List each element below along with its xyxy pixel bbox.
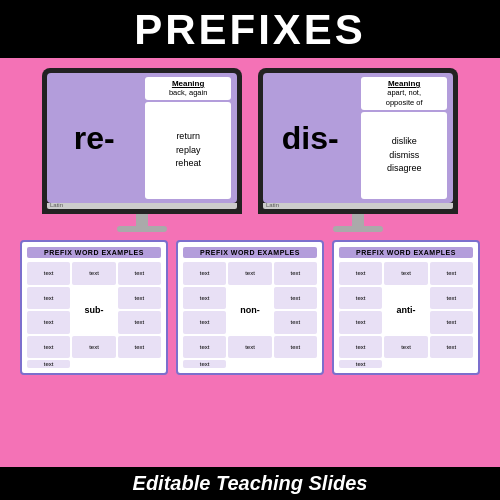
cell-sub-9: text [72, 336, 115, 359]
example-re-2: replay [150, 144, 226, 158]
cell-anti-11: text [339, 360, 382, 368]
cell-non-11: text [183, 360, 226, 368]
example-re-1: return [150, 130, 226, 144]
card-grid-anti: text text text text anti- text text text… [339, 262, 473, 368]
bottom-bar: Editable Teaching Slides [0, 467, 500, 500]
cell-sub-6: text [27, 311, 70, 334]
cell-anti-4: text [339, 287, 382, 310]
cell-anti-6: text [339, 311, 382, 334]
meaning-title-dis: Meaning [366, 79, 442, 88]
card-sub: PREFIX WORD EXAMPLES text text text text… [20, 240, 168, 375]
monitor-chin-re [47, 203, 237, 209]
cell-anti-7: text [430, 311, 473, 334]
meaning-text-dis: apart, not, opposite of [366, 88, 442, 108]
monitors-row: re- Meaning back, again return replay re… [0, 58, 500, 236]
monitor-neck-dis [352, 214, 364, 226]
monitor-chin-dis [263, 203, 453, 209]
card-grid-sub: text text text text sub- text text text … [27, 262, 161, 368]
cell-anti-8: text [339, 336, 382, 359]
monitor-right-re: Meaning back, again return replay reheat [141, 73, 237, 203]
cell-non-1: text [183, 262, 226, 285]
prefix-re-label: re- [74, 120, 115, 157]
cell-non-3: text [274, 262, 317, 285]
meaning-title-re: Meaning [150, 79, 226, 88]
cell-anti-9: text [384, 336, 427, 359]
card-anti: PREFIX WORD EXAMPLES text text text text… [332, 240, 480, 375]
cards-row: PREFIX WORD EXAMPLES text text text text… [0, 236, 500, 381]
cell-sub-8: text [27, 336, 70, 359]
cell-non-7: text [274, 311, 317, 334]
monitor-base-re [117, 226, 167, 232]
cell-anti-2: text [384, 262, 427, 285]
cell-sub-1: text [27, 262, 70, 285]
page-title: PREFIXES [0, 6, 500, 54]
meaning-box-re: Meaning back, again [145, 77, 231, 100]
card-non: PREFIX WORD EXAMPLES text text text text… [176, 240, 324, 375]
cell-anti-1: text [339, 262, 382, 285]
cell-non-4: text [183, 287, 226, 310]
monitor-left-re: re- [47, 73, 141, 203]
cell-non-8: text [183, 336, 226, 359]
card-center-anti: anti- [384, 287, 427, 334]
cell-sub-11: text [27, 360, 70, 368]
bottom-label: Editable Teaching Slides [133, 472, 368, 494]
monitor-neck-re [136, 214, 148, 226]
meaning-box-dis: Meaning apart, not, opposite of [361, 77, 447, 110]
card-center-non: non- [228, 287, 271, 334]
monitor-screen-dis: dis- Meaning apart, not, opposite of dis… [258, 68, 458, 214]
cell-non-2: text [228, 262, 271, 285]
examples-box-re: return replay reheat [145, 102, 231, 199]
cell-sub-10: text [118, 336, 161, 359]
cell-sub-5: text [118, 287, 161, 310]
cell-non-6: text [183, 311, 226, 334]
cell-sub-3: text [118, 262, 161, 285]
examples-box-dis: dislike dismiss disagree [361, 112, 447, 200]
card-title-anti: PREFIX WORD EXAMPLES [339, 247, 473, 258]
cell-non-9: text [228, 336, 271, 359]
cell-non-5: text [274, 287, 317, 310]
monitor-re: re- Meaning back, again return replay re… [42, 68, 242, 232]
cell-non-10: text [274, 336, 317, 359]
card-title-non: PREFIX WORD EXAMPLES [183, 247, 317, 258]
example-dis-2: dismiss [366, 149, 442, 163]
monitor-screen-re: re- Meaning back, again return replay re… [42, 68, 242, 214]
monitor-tag-dis: Latin [266, 202, 279, 208]
monitor-tag-re: Latin [50, 202, 63, 208]
example-dis-1: dislike [366, 135, 442, 149]
monitor-inner-dis: dis- Meaning apart, not, opposite of dis… [263, 73, 453, 203]
example-re-3: reheat [150, 157, 226, 171]
monitor-left-dis: dis- [263, 73, 357, 203]
example-dis-3: disagree [366, 162, 442, 176]
card-grid-non: text text text text non- text text text … [183, 262, 317, 368]
cell-sub-7: text [118, 311, 161, 334]
meaning-text-re: back, again [150, 88, 226, 98]
cell-sub-4: text [27, 287, 70, 310]
cell-anti-5: text [430, 287, 473, 310]
card-title-sub: PREFIX WORD EXAMPLES [27, 247, 161, 258]
monitor-inner-re: re- Meaning back, again return replay re… [47, 73, 237, 203]
cell-anti-3: text [430, 262, 473, 285]
card-center-sub: sub- [72, 287, 115, 334]
title-bar: PREFIXES [0, 0, 500, 58]
monitor-dis: dis- Meaning apart, not, opposite of dis… [258, 68, 458, 232]
prefix-dis-label: dis- [282, 120, 339, 157]
monitor-base-dis [333, 226, 383, 232]
monitor-right-dis: Meaning apart, not, opposite of dislike … [357, 73, 453, 203]
cell-anti-10: text [430, 336, 473, 359]
cell-sub-2: text [72, 262, 115, 285]
